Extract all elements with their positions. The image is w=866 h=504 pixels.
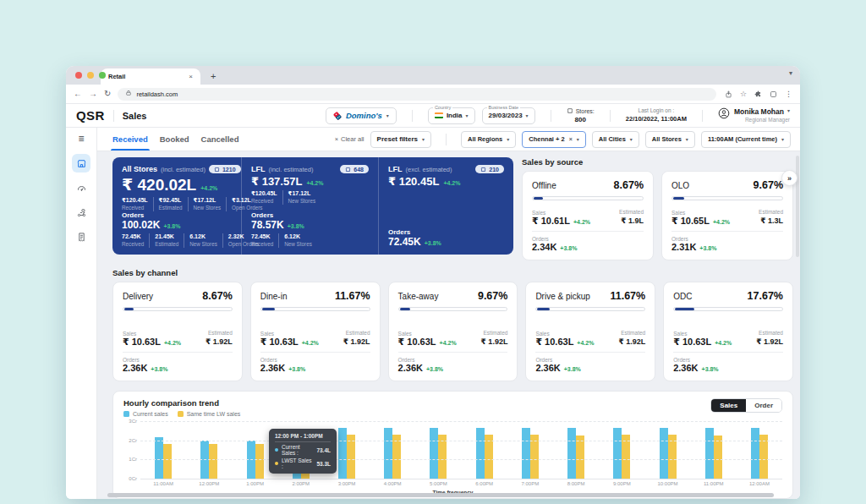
orders-delta: +3.8% [288,223,304,229]
store-icon [567,107,573,116]
chart-bar [485,435,493,479]
tabstrip-chevron-icon[interactable]: ▾ [789,69,792,77]
breakdown-item: ₹120.45LReceived [122,197,153,211]
extensions-puzzle-icon[interactable] [754,86,762,101]
chart-plot-area [140,421,782,479]
profile-icon[interactable] [770,86,777,101]
progress-bar [673,307,783,311]
sales-value: ₹ 10.63L [535,337,573,348]
caret-down-icon: ▾ [781,136,784,142]
kebab-menu-icon[interactable]: ⋮ [785,90,792,98]
element: ₹ 10.63L+4.2% [123,337,181,348]
x-axis-label: 9:00PM [599,481,644,486]
chart-bar-group-10-00pm[interactable] [644,428,690,479]
source-carousel-next-button[interactable]: » [781,170,797,186]
sales-value: ₹ 10.61L [532,216,570,227]
vertical-scrollbar[interactable] [796,156,799,257]
sidebar-item-sales-dashboard[interactable] [72,154,90,173]
toggle-sales[interactable]: Sales [711,399,746,412]
chart-bar-group-11-00am[interactable] [140,437,186,479]
sales-delta: +4.2% [715,340,732,346]
clear-all-button[interactable]: ×Clear all [335,135,364,143]
chart-bar-group-11-00pm[interactable] [691,428,737,479]
element: OLO9.67% [671,179,783,191]
tab-booked[interactable]: Booked [154,128,195,151]
element: Estimated₹ 1.92L [481,329,508,348]
breakdown-label: Received [251,198,277,205]
element: Take-away9.67% [398,290,508,302]
sales-order-toggle: SalesOrder [710,398,782,413]
sales-value: ₹ 10.63L [673,337,711,348]
toggle-order[interactable]: Order [746,399,781,412]
element: Sales₹ 10.65L+4.2% [671,210,730,227]
new-tab-button[interactable]: + [211,72,216,81]
card-percent: 17.67% [748,290,783,302]
sidebar-item-reports[interactable] [72,227,90,246]
hamburger-menu-icon[interactable]: ≡ [78,133,84,145]
sales-value: ₹ 420.02L [122,175,196,194]
filter-select-chennai-2[interactable]: Chennai + 2×▾ [522,131,585,148]
brand-select[interactable]: Domino's ▾ [326,107,397,124]
browser-tabstrip: Retail × + ▾ [66,66,800,85]
tab-cancelled[interactable]: Cancelled [195,128,245,151]
overview-column-lfl-incl-estimated: LFL(incl. estimated)648₹ 137.57L+4.2%₹12… [241,157,378,255]
card-label: OLO [671,181,689,190]
chart-bar [438,435,447,479]
preset-filters-select[interactable]: Preset filters ▾ [370,131,431,148]
chart-bar-group-8-00pm[interactable] [553,428,599,479]
breakdown-value: ₹17.12L [194,197,222,205]
window-controls[interactable] [75,72,106,79]
estimated-label: Estimated [618,329,645,337]
sales-delta: +4.2% [302,340,319,346]
element: ₹ 10.63L+4.2% [260,337,319,348]
forward-icon[interactable]: → [89,90,97,98]
filter-select-11-00am-current-time[interactable]: 11:00AM (Current time)▾ [701,131,791,148]
share-icon[interactable] [725,86,732,101]
sidebar-item-delivery[interactable] [72,203,90,222]
card-percent: 8.67% [614,179,644,191]
orders-block: Orders72.45K+3.8% [388,228,504,248]
y-tick-label: 3Cr [129,419,137,424]
card-percent: 11.67% [610,290,645,302]
bookmark-star-icon[interactable]: ☆ [740,90,747,98]
orders-label: Orders [260,357,370,363]
user-menu[interactable]: Monika Mohan▾ Regional Manager [718,107,790,123]
back-icon[interactable]: ← [74,90,82,98]
sidebar-item-performance[interactable] [72,178,90,197]
chart-bar-group-4-00pm[interactable] [370,428,415,479]
sales-label: Sales [260,331,319,337]
breakdown-label: New Stores [194,205,222,211]
orders-label: Orders [673,357,783,363]
business-date-value: 29/03/2023 [489,112,523,119]
caret-down-icon: ▾ [386,112,389,118]
chart-bar [338,428,347,479]
filter-value: All Stores [652,135,682,143]
filter-value: Chennai + 2 [529,135,564,143]
divider [532,231,644,232]
reload-icon[interactable]: ↻ [104,90,111,98]
maximize-window-button[interactable] [99,72,106,79]
chart-bar [705,428,714,479]
chart-bar-group-7-00pm[interactable] [507,428,553,479]
chart-bar-group-9-00pm[interactable] [599,428,644,479]
sales-label: Sales [123,331,181,337]
browser-tab[interactable]: Retail × [101,68,200,85]
horizontal-scrollbar[interactable] [107,493,774,497]
stores-value: 800 [575,116,586,124]
remove-filter-icon[interactable]: × [569,136,573,142]
divider [610,110,611,122]
tab-close-icon[interactable]: × [189,73,193,80]
chart-bar-group-6-00pm[interactable] [462,428,507,479]
filter-select-all-stores[interactable]: All Stores▾ [645,131,695,148]
element: Orders2.36K+3.8% [398,357,508,373]
address-bar[interactable]: retaildash.com [118,88,716,101]
minimize-window-button[interactable] [87,72,94,79]
tab-received[interactable]: Received [107,128,154,151]
chart-bar-group-12-00am[interactable] [737,428,782,479]
filter-select-all-cities[interactable]: All Cities▾ [592,131,639,148]
country-select[interactable]: Country India ▾ [428,107,475,124]
chart-bar-group-5-00pm[interactable] [415,428,461,479]
business-date-select[interactable]: Business Date 29/03/2023 ▾ [482,107,535,124]
filter-select-all-regions[interactable]: All Regions▾ [461,131,516,148]
close-window-button[interactable] [75,72,82,79]
